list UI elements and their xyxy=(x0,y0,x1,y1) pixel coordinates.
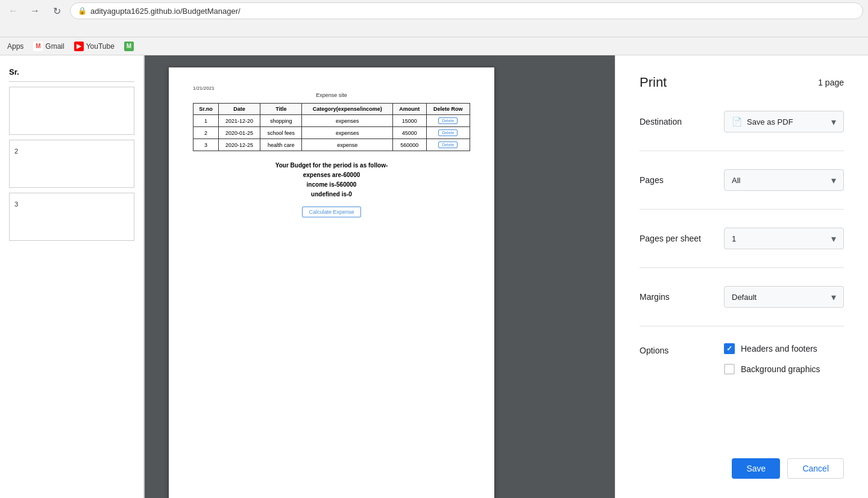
margins-value: Default xyxy=(732,293,756,302)
th-date: Date xyxy=(218,104,260,115)
print-panel: Print 1 page Destination 📄 Save as PDF ▾… xyxy=(615,55,868,498)
main-content: Sr. 2 3 1/21/2021 Expense site S xyxy=(0,55,868,498)
forward-button[interactable]: → xyxy=(27,2,43,19)
delete-button[interactable]: Delete xyxy=(438,129,458,136)
divider-3 xyxy=(640,267,844,268)
destination-option: Destination 📄 Save as PDF ▾ xyxy=(640,110,844,134)
cell-title: health care xyxy=(260,139,302,151)
left-row-3: 3 xyxy=(9,193,134,241)
left-row-1 xyxy=(9,87,134,135)
th-category: Category(expense/income) xyxy=(302,104,393,115)
headers-footers-checkbox[interactable] xyxy=(724,343,735,354)
pages-option: Pages All ▾ xyxy=(640,168,844,192)
table-row: 2 2020-01-25 school fees expenses 45000 … xyxy=(193,127,470,139)
address-bar[interactable]: 🔒 adityagupta1625.github.io/BudgetManage… xyxy=(70,2,863,19)
background-graphics-label: Background graphics xyxy=(741,364,820,374)
cell-delete[interactable]: Delete xyxy=(426,115,470,127)
summary-line3: income is-560000 xyxy=(193,180,470,190)
pages-per-sheet-select-box[interactable]: 1 ▾ xyxy=(724,228,844,249)
options-row: Options Headers and footers Background g… xyxy=(640,343,844,375)
options-label: Options xyxy=(640,343,724,355)
cell-amount: 45000 xyxy=(393,127,426,139)
destination-select[interactable]: 📄 Save as PDF ▾ xyxy=(724,111,844,132)
delete-button[interactable]: Delete xyxy=(438,142,458,148)
summary-line2: expenses are-60000 xyxy=(193,170,470,180)
bookmark-youtube[interactable]: ▶ YouTube xyxy=(74,42,115,51)
divider-4 xyxy=(640,326,844,326)
print-preview-area: Sr. 2 3 1/21/2021 Expense site S xyxy=(0,55,615,498)
cell-category: expenses xyxy=(302,127,393,139)
cell-srno: 3 xyxy=(193,139,219,151)
pdf-icon: 📄 xyxy=(732,117,742,126)
url-text: adityagupta1625.github.io/BudgetManager/ xyxy=(90,7,241,16)
budget-summary: Your Budget for the period is as follow-… xyxy=(193,161,470,199)
left-row-2: 2 xyxy=(9,140,134,188)
cell-amount: 15000 xyxy=(393,115,426,127)
pages-per-sheet-select[interactable]: 1 ▾ xyxy=(724,228,844,249)
pages-select[interactable]: All ▾ xyxy=(724,169,844,191)
chevron-down-icon-4: ▾ xyxy=(831,291,836,303)
destination-label: Destination xyxy=(640,117,724,126)
bookmark-apps[interactable]: Apps xyxy=(7,42,24,51)
divider-1 xyxy=(640,151,844,151)
back-button[interactable]: ← xyxy=(5,2,22,19)
pages-select-box[interactable]: All ▾ xyxy=(724,169,844,191)
print-panel-footer: Save Cancel xyxy=(732,458,844,479)
bookmark-gmail[interactable]: M Gmail xyxy=(33,42,64,51)
background-graphics-checkbox[interactable] xyxy=(724,364,735,375)
maps-icon: M xyxy=(124,42,134,51)
cell-date: 2020-01-25 xyxy=(218,127,260,139)
cell-date: 2021-12-20 xyxy=(218,115,260,127)
margins-select[interactable]: Default ▾ xyxy=(724,286,844,308)
print-panel-header: Print 1 page xyxy=(640,75,844,90)
background-graphics-checkbox-row[interactable]: Background graphics xyxy=(724,364,820,375)
summary-line4: undefined is-0 xyxy=(193,190,470,199)
preview-table: Sr.no Date Title Category(expense/income… xyxy=(193,103,470,151)
reload-button[interactable]: ↻ xyxy=(48,2,65,19)
bookmarks-bar: Apps M Gmail ▶ YouTube M xyxy=(0,37,868,55)
chevron-down-icon-3: ▾ xyxy=(831,233,836,244)
cell-category: expense xyxy=(302,139,393,151)
youtube-icon: ▶ xyxy=(74,42,84,51)
delete-button[interactable]: Delete xyxy=(438,117,458,124)
th-srno: Sr.no xyxy=(193,104,219,115)
left-col-header: Sr. xyxy=(9,67,134,82)
destination-value: Save as PDF xyxy=(747,117,793,126)
cell-date: 2020-12-25 xyxy=(218,139,260,151)
page-count: 1 page xyxy=(818,78,844,87)
calculate-expense-button[interactable]: Calculate Expense xyxy=(302,207,360,217)
pages-per-sheet-value: 1 xyxy=(732,234,736,243)
table-row: 3 2020-12-25 health care expense 560000 … xyxy=(193,139,470,151)
pages-per-sheet-option: Pages per sheet 1 ▾ xyxy=(640,226,844,251)
pages-per-sheet-label: Pages per sheet xyxy=(640,234,724,243)
th-amount: Amount xyxy=(393,104,426,115)
headers-footers-checkbox-row[interactable]: Headers and footers xyxy=(724,343,820,354)
summary-line1: Your Budget for the period is as follow- xyxy=(193,161,470,170)
cell-srno: 2 xyxy=(193,127,219,139)
print-title: Print xyxy=(640,75,667,90)
destination-select-box[interactable]: 📄 Save as PDF ▾ xyxy=(724,111,844,132)
headers-footers-label: Headers and footers xyxy=(741,344,817,353)
pages-label: Pages xyxy=(640,175,724,185)
save-button[interactable]: Save xyxy=(732,458,780,479)
margins-select-box[interactable]: Default ▾ xyxy=(724,286,844,308)
cell-amount: 560000 xyxy=(393,139,426,151)
apps-label: Apps xyxy=(7,42,24,51)
page-date: 1/21/2021 xyxy=(193,86,470,91)
youtube-label: YouTube xyxy=(86,42,115,51)
margins-option: Margins Default ▾ xyxy=(640,285,844,309)
cell-title: school fees xyxy=(260,127,302,139)
cell-srno: 1 xyxy=(193,115,219,127)
browser-chrome: ← → ↻ 🔒 adityagupta1625.github.io/Budget… xyxy=(0,0,868,37)
cell-delete[interactable]: Delete xyxy=(426,127,470,139)
divider-2 xyxy=(640,209,844,210)
cancel-button[interactable]: Cancel xyxy=(787,458,844,479)
cell-delete[interactable]: Delete xyxy=(426,139,470,151)
gmail-icon: M xyxy=(33,42,43,51)
table-row: 1 2021-12-20 shopping expenses 15000 Del… xyxy=(193,115,470,127)
page-preview: 1/21/2021 Expense site Sr.no Date Title … xyxy=(169,67,494,498)
bookmark-maps[interactable]: M xyxy=(124,42,134,51)
pages-value: All xyxy=(732,176,740,185)
nav-bar: ← → ↻ 🔒 adityagupta1625.github.io/Budget… xyxy=(0,0,868,22)
margins-label: Margins xyxy=(640,292,724,302)
